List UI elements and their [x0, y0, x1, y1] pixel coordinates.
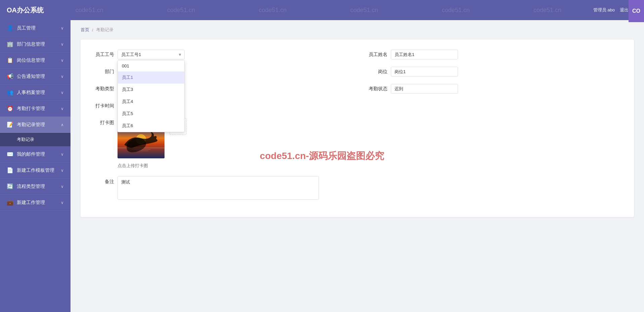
breadcrumb: 首页 / 考勤记录 [81, 27, 634, 33]
sidebar-label: 流程类型管理 [17, 184, 61, 190]
dropdown-item-001[interactable]: 001 [118, 60, 184, 71]
sidebar-item-announcement[interactable]: 📢 公告通知管理 ∨ [0, 68, 71, 85]
attendance-status-input[interactable] [391, 84, 458, 94]
form-group-remarks: 备注 测试 [91, 176, 624, 200]
sidebar-item-position-info[interactable]: 📋 岗位信息管理 ∨ [0, 52, 71, 68]
form-group-attendance-status: 考勤状态 [364, 84, 624, 94]
form-group-employee-id: 员工工号 员工工号1 ▼ 001 员工1 员工3 员工4 [91, 50, 351, 59]
position-input[interactable] [391, 67, 458, 76]
clock-icon: ⏰ [7, 105, 13, 112]
attendance-type-label: 考勤类型 [91, 86, 114, 92]
dropdown-item-employee3[interactable]: 员工3 [118, 84, 184, 96]
main-layout: 👤 员工管理 ∨ 🏢 部门信息管理 ∨ 📋 岗位信息管理 ∨ 📢 公告通知管理 … [0, 20, 644, 312]
breadcrumb-home[interactable]: 首页 [81, 27, 89, 33]
sidebar-item-flow-type[interactable]: 🔄 流程类型管理 ∨ [0, 178, 71, 195]
hr-icon: 👥 [7, 89, 13, 96]
form-group-employee-name: 员工姓名 [364, 50, 624, 59]
content-inner: 首页 / 考勤记录 员工工号 员工工号1 ▼ [71, 20, 644, 224]
sidebar-label: 我的邮件管理 [17, 151, 61, 157]
form-group-position: 岗位 [364, 67, 624, 76]
flow-icon: 🔄 [7, 183, 13, 190]
breadcrumb-separator: / [92, 28, 93, 33]
employee-name-label: 员工姓名 [364, 52, 387, 58]
sidebar-item-work-mgmt[interactable]: 💼 新建工作管理 ∨ [0, 195, 71, 211]
sidebar-item-dept-info[interactable]: 🏢 部门信息管理 ∨ [0, 36, 71, 52]
dropdown-item-employee6[interactable]: 员工6 [118, 120, 184, 132]
chevron-down-icon: ∨ [61, 90, 64, 95]
sidebar-item-hr-archive[interactable]: 👥 人事档案管理 ∨ [0, 85, 71, 101]
sidebar-label: 考勤打卡管理 [17, 106, 61, 112]
position-icon: 📋 [7, 57, 13, 63]
sidebar-label: 考勤记录管理 [17, 122, 61, 128]
employee-dropdown: 001 员工1 员工3 员工4 员工5 员工6 [118, 60, 185, 132]
content-area: code51.cncode51.cncode51.cncode51.cncode… [71, 20, 644, 312]
chevron-down-icon: ∨ [61, 106, 64, 111]
chevron-down-icon: ∨ [61, 152, 64, 157]
employee-icon: 👤 [7, 25, 13, 31]
breadcrumb-current: 考勤记录 [96, 27, 113, 33]
dropdown-item-employee1[interactable]: 员工1 [118, 71, 184, 84]
punch-image-label: 打卡图 [91, 120, 114, 126]
chevron-down-icon: ∨ [61, 74, 64, 79]
remarks-label: 备注 [91, 179, 114, 185]
sidebar-item-mail-mgmt[interactable]: ✉️ 我的邮件管理 ∨ [0, 146, 71, 162]
chevron-down-icon: ∨ [61, 26, 64, 31]
attendance-status-label: 考勤状态 [364, 86, 387, 92]
sidebar-label: 岗位信息管理 [17, 57, 61, 63]
position-label: 岗位 [364, 69, 387, 75]
mail-icon: ✉️ [7, 151, 13, 157]
template-icon: 📄 [7, 167, 13, 173]
sidebar-subitem-attendance-log[interactable]: 考勤记录 [0, 133, 71, 146]
form-row-1: 员工工号 员工工号1 ▼ 001 员工1 员工3 员工4 [91, 50, 624, 59]
employee-id-select-wrapper: 员工工号1 ▼ 001 员工1 员工3 员工4 员工5 员工6 [118, 50, 185, 59]
dropdown-item-employee5[interactable]: 员工5 [118, 108, 184, 120]
subitem-label: 考勤记录 [17, 137, 34, 142]
dropdown-item-employee4[interactable]: 员工4 [118, 96, 184, 108]
app-logo: OA办公系统 [7, 6, 44, 15]
chevron-down-icon: ∨ [61, 184, 64, 189]
sidebar-label: 部门信息管理 [17, 41, 61, 47]
chevron-down-icon: ∨ [61, 58, 64, 63]
chevron-down-icon: ∨ [61, 200, 64, 205]
sidebar-label: 公告通知管理 [17, 73, 61, 80]
header-watermark: code51.cn code51.cn code51.cn code51.cn … [44, 7, 593, 14]
punch-time-label: 打卡时间 [91, 103, 114, 109]
sidebar-label: 新建工作模板管理 [17, 167, 61, 173]
upload-hint: 点击上传打卡图 [118, 163, 218, 169]
header: OA办公系统 code51.cn code51.cn code51.cn cod… [0, 0, 644, 20]
sidebar-item-employee-mgmt[interactable]: 👤 员工管理 ∨ [0, 20, 71, 36]
work-icon: 💼 [7, 199, 13, 206]
admin-label: 管理员 abo [593, 7, 615, 13]
chevron-up-icon: ∧ [61, 122, 64, 127]
sidebar-label: 新建工作管理 [17, 200, 61, 206]
employee-id-select[interactable]: 员工工号1 [118, 50, 185, 59]
dept-icon: 🏢 [7, 41, 13, 47]
sidebar-item-attendance-punch[interactable]: ⏰ 考勤打卡管理 ∨ [0, 101, 71, 117]
chevron-down-icon: ∨ [61, 42, 64, 47]
header-corner-badge: CO [629, 0, 644, 22]
record-icon: 📝 [7, 121, 13, 128]
employee-name-input[interactable] [391, 50, 458, 59]
form-card: 员工工号 员工工号1 ▼ 001 员工1 员工3 员工4 [81, 40, 634, 217]
sidebar-item-attendance-record[interactable]: 📝 考勤记录管理 ∧ [0, 117, 71, 133]
remarks-textarea[interactable]: 测试 [118, 176, 319, 200]
announcement-icon: 📢 [7, 73, 13, 80]
sidebar-item-work-template[interactable]: 📄 新建工作模板管理 ∨ [0, 162, 71, 178]
chevron-down-icon: ∨ [61, 168, 64, 173]
sidebar-label: 人事档案管理 [17, 90, 61, 96]
sidebar-label: 员工管理 [17, 25, 61, 31]
sidebar: 👤 员工管理 ∨ 🏢 部门信息管理 ∨ 📋 岗位信息管理 ∨ 📢 公告通知管理 … [0, 20, 71, 312]
dept-label: 部门 [91, 69, 114, 75]
employee-id-label: 员工工号 [91, 52, 114, 58]
form-row-6: 备注 测试 [91, 176, 624, 200]
